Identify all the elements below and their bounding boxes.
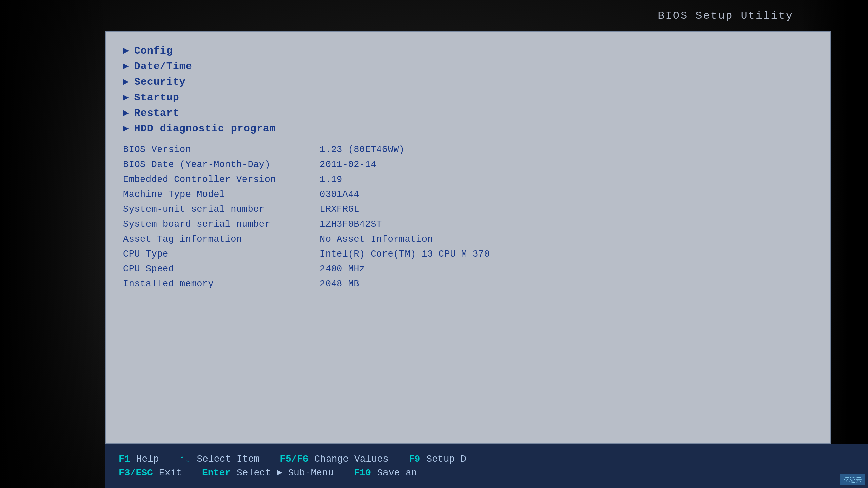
status-group: F1Help <box>119 454 159 464</box>
menu-item-hdd-diagnostic-program[interactable]: ►HDD diagnostic program <box>123 123 813 135</box>
status-desc: Select ► Sub-Menu <box>237 468 334 478</box>
status-key[interactable]: ↑↓ <box>179 454 191 464</box>
menu-item-security[interactable]: ►Security <box>123 76 813 88</box>
info-row: BIOS Date (Year-Month-Day)2011-02-14 <box>123 160 813 170</box>
status-group: F3/ESCExit <box>119 468 182 478</box>
info-value: 2400 MHz <box>320 264 365 274</box>
info-key: System board serial number <box>123 219 320 229</box>
info-key: Embedded Controller Version <box>123 175 320 185</box>
status-desc: Select Item <box>197 454 259 464</box>
watermark: 亿迹云 <box>840 474 865 485</box>
menu-label: HDD diagnostic program <box>134 123 276 135</box>
menu-arrow-icon: ► <box>123 46 129 56</box>
menu-item-startup[interactable]: ►Startup <box>123 92 813 103</box>
menu-section: ►Config►Date/Time►Security►Startup►Resta… <box>123 45 813 135</box>
menu-arrow-icon: ► <box>123 61 129 72</box>
status-bar: F1Help↑↓Select ItemF5/F6Change ValuesF9S… <box>105 444 868 488</box>
status-desc: Exit <box>159 468 182 478</box>
info-key: BIOS Version <box>123 145 320 155</box>
info-row: CPU TypeIntel(R) Core(TM) i3 CPU M 370 <box>123 249 813 259</box>
menu-label: Security <box>134 76 186 88</box>
info-key: BIOS Date (Year-Month-Day) <box>123 160 320 170</box>
status-key[interactable]: F9 <box>409 454 420 464</box>
status-group: F10Save an <box>354 468 417 478</box>
info-value: 0301A44 <box>320 189 359 200</box>
info-row: Machine Type Model0301A44 <box>123 189 813 200</box>
status-key[interactable]: Enter <box>202 468 231 478</box>
info-value: 2011-02-14 <box>320 160 376 170</box>
info-key: Machine Type Model <box>123 189 320 200</box>
menu-arrow-icon: ► <box>123 93 129 103</box>
status-key[interactable]: F5/F6 <box>280 454 308 464</box>
info-row: Asset Tag informationNo Asset Informatio… <box>123 234 813 244</box>
status-desc: Save an <box>377 468 417 478</box>
menu-label: Date/Time <box>134 61 192 72</box>
info-row: Installed memory2048 MB <box>123 279 813 289</box>
info-key: System-unit serial number <box>123 204 320 215</box>
menu-label: Config <box>134 45 173 57</box>
status-key[interactable]: F10 <box>354 468 371 478</box>
info-key: CPU Type <box>123 249 320 259</box>
bios-title: BIOS Setup Utility <box>658 9 793 22</box>
info-value: 1.19 <box>320 175 342 185</box>
menu-label: Startup <box>134 92 179 103</box>
status-group: F5/F6Change Values <box>280 454 388 464</box>
info-row: Embedded Controller Version1.19 <box>123 175 813 185</box>
status-group: ↑↓Select Item <box>179 454 259 464</box>
status-bar-inner: F1Help↑↓Select ItemF5/F6Change ValuesF9S… <box>119 454 854 478</box>
info-value: 2048 MB <box>320 279 359 289</box>
status-key[interactable]: F1 <box>119 454 130 464</box>
menu-arrow-icon: ► <box>123 124 129 134</box>
info-key: Installed memory <box>123 279 320 289</box>
info-row: BIOS Version1.23 (80ET46WW) <box>123 145 813 155</box>
menu-item-restart[interactable]: ►Restart <box>123 107 813 119</box>
menu-label: Restart <box>134 107 179 119</box>
status-key[interactable]: F3/ESC <box>119 468 153 478</box>
info-value: Intel(R) Core(TM) i3 CPU M 370 <box>320 249 490 259</box>
info-row: CPU Speed2400 MHz <box>123 264 813 274</box>
info-key: Asset Tag information <box>123 234 320 244</box>
status-group: EnterSelect ► Sub-Menu <box>202 468 334 478</box>
bios-panel: ►Config►Date/Time►Security►Startup►Resta… <box>105 30 831 444</box>
status-desc: Setup D <box>426 454 466 464</box>
info-section: BIOS Version1.23 (80ET46WW)BIOS Date (Ye… <box>123 145 813 289</box>
info-value: LRXFRGL <box>320 204 359 215</box>
info-key: CPU Speed <box>123 264 320 274</box>
info-value: 1ZH3F0B42ST <box>320 219 382 229</box>
menu-item-date/time[interactable]: ►Date/Time <box>123 61 813 72</box>
vignette-left <box>0 0 108 488</box>
info-value: 1.23 (80ET46WW) <box>320 145 405 155</box>
info-value: No Asset Information <box>320 234 433 244</box>
menu-item-config[interactable]: ►Config <box>123 45 813 57</box>
info-row: System-unit serial numberLRXFRGL <box>123 204 813 215</box>
menu-arrow-icon: ► <box>123 77 129 87</box>
status-row-1: F1Help↑↓Select ItemF5/F6Change ValuesF9S… <box>119 454 854 464</box>
info-row: System board serial number1ZH3F0B42ST <box>123 219 813 229</box>
status-desc: Help <box>136 454 159 464</box>
status-group: F9Setup D <box>409 454 466 464</box>
status-row-2: F3/ESCExitEnterSelect ► Sub-MenuF10Save … <box>119 468 854 478</box>
menu-arrow-icon: ► <box>123 108 129 119</box>
status-desc: Change Values <box>314 454 388 464</box>
